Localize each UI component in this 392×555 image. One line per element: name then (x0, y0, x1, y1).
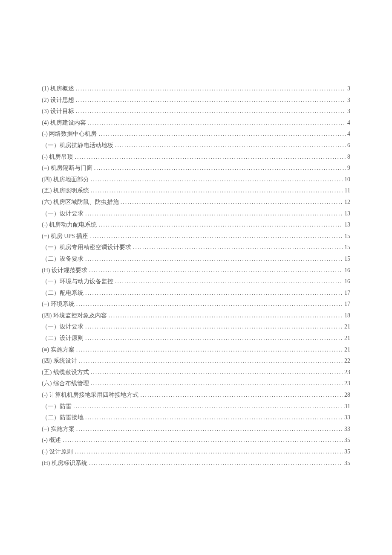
toc-dots (75, 446, 343, 458)
toc-dots (85, 253, 343, 265)
toc-dots (85, 288, 343, 299)
toc-page: 10 (344, 174, 350, 186)
toc-entry: (-) 计算机机房接地采用四种接地方式28 (42, 389, 350, 401)
toc-dots (115, 140, 346, 151)
toc-dots (73, 401, 343, 413)
toc-label: (-) 机房动力配电系统 (42, 219, 97, 231)
toc-label: (四) 环境监控对象及内容 (42, 310, 107, 322)
toc-entry: (H) 设计规范要求16 (42, 265, 350, 276)
toc-dots (76, 106, 346, 117)
toc-label: （二）防雷接地 (42, 412, 84, 424)
toc-entry: (-) 网络数据中心机房4 (42, 128, 350, 140)
toc-label: (≡) 机房 UPS 插座 (42, 231, 88, 242)
toc-page: 15 (344, 242, 350, 253)
toc-page: 11 (345, 185, 350, 197)
toc-entry: (-) 概述35 (42, 435, 350, 446)
toc-label: (≡) 环境系统 (42, 299, 75, 310)
toc-label: (四) 机房地面部分 (42, 174, 89, 186)
toc-entry: （一）防雷31 (42, 401, 350, 413)
toc-entry: (四) 环境监控对象及内容18 (42, 310, 350, 322)
toc-dots (76, 299, 343, 310)
toc-page: 17 (344, 288, 350, 299)
toc-entry: （二）防雷接地33 (42, 412, 350, 424)
toc-page: 6 (347, 140, 350, 151)
toc-page: 16 (344, 276, 350, 288)
toc-page: 23 (344, 367, 350, 378)
toc-label: （一）机房抗静电活动地板 (42, 140, 113, 151)
toc-label: (四) 系统设计 (42, 355, 77, 367)
toc-entry: (2) 设计思想3 (42, 95, 350, 106)
toc-label: (2) 设计思想 (42, 95, 74, 106)
toc-label: （一）环境与动力设备监控 (42, 276, 113, 288)
toc-label: （二）设计原则 (42, 333, 84, 344)
toc-dots (85, 321, 343, 333)
toc-label: (-) 网络数据中心机房 (42, 128, 97, 140)
toc-label: （二）配电系统 (42, 288, 84, 299)
toc-label: (-) 机房吊顶 (42, 151, 73, 163)
toc-dots (115, 276, 343, 288)
toc-dots (85, 412, 343, 424)
toc-dots (89, 458, 343, 469)
toc-dots (90, 231, 343, 242)
toc-label: (五) 机房照明系统 (42, 185, 89, 197)
toc-page: 31 (344, 401, 350, 413)
toc-entry: （一）机房专用精密空调设计要求15 (42, 242, 350, 253)
toc-entry: (六) 机房区域防鼠、防虫措施12 (42, 197, 350, 208)
toc-dots (63, 435, 343, 446)
toc-dots (133, 242, 343, 253)
toc-label: （二）设备要求 (42, 253, 84, 265)
toc-dots (91, 174, 343, 186)
toc-page: 33 (344, 424, 350, 435)
toc-dots (76, 424, 343, 435)
toc-entry: (≡) 实施方案21 (42, 344, 350, 356)
toc-dots (141, 389, 343, 401)
toc-page: 9 (347, 163, 350, 174)
toc-entry: (-) 机房动力配电系统13 (42, 219, 350, 231)
toc-page: 22 (344, 355, 350, 367)
toc-dots (121, 197, 343, 208)
toc-page: 3 (347, 106, 350, 117)
table-of-contents: (1) 机房概述3(2) 设计思想3(3) 设计目标3(4) 机房建设内容4(-… (42, 83, 350, 469)
toc-page: 12 (344, 197, 350, 208)
toc-dots (99, 219, 343, 231)
toc-label: （一）设计要求 (42, 208, 84, 220)
toc-page: 35 (344, 435, 350, 446)
toc-entry: (≡) 机房隔断与门窗9 (42, 163, 350, 174)
toc-label: (H) 设计规范要求 (42, 265, 87, 276)
toc-entry: (H) 机房标识系统35 (42, 458, 350, 469)
toc-dots (91, 185, 343, 197)
toc-dots (79, 355, 343, 367)
toc-label: (六) 机房区域防鼠、防虫措施 (42, 197, 119, 208)
toc-entry: （一）设计要求13 (42, 208, 350, 220)
toc-page: 17 (344, 299, 350, 310)
toc-page: 15 (344, 253, 350, 265)
toc-dots (91, 378, 343, 389)
toc-dots (76, 83, 346, 95)
toc-entry: (-) 设计原则35 (42, 446, 350, 458)
toc-label: (五) 线缆敷设方式 (42, 367, 89, 378)
toc-page: 21 (344, 344, 350, 356)
toc-label: （一）防雷 (42, 401, 72, 413)
toc-page: 21 (344, 333, 350, 344)
toc-page: 21 (344, 321, 350, 333)
toc-label: (六) 综合布线管理 (42, 378, 89, 389)
toc-label: （一）机房专用精密空调设计要求 (42, 242, 131, 253)
toc-entry: (五) 机房照明系统11 (42, 185, 350, 197)
toc-page: 35 (344, 446, 350, 458)
toc-dots (91, 367, 343, 378)
toc-dots (76, 95, 346, 106)
toc-label: (4) 机房建设内容 (42, 117, 86, 129)
toc-dots (85, 208, 343, 220)
toc-page: 18 (344, 310, 350, 322)
toc-dots (109, 310, 343, 322)
toc-page: 16 (344, 265, 350, 276)
toc-dots (85, 333, 343, 344)
toc-label: (≡) 实施方案 (42, 344, 75, 356)
toc-page: 13 (344, 208, 350, 220)
toc-dots (75, 151, 346, 163)
toc-page: 4 (347, 117, 350, 129)
toc-label: (≡) 实施方案 (42, 424, 75, 435)
toc-entry: (六) 综合布线管理23 (42, 378, 350, 389)
toc-dots (88, 117, 346, 129)
toc-dots (76, 344, 343, 356)
